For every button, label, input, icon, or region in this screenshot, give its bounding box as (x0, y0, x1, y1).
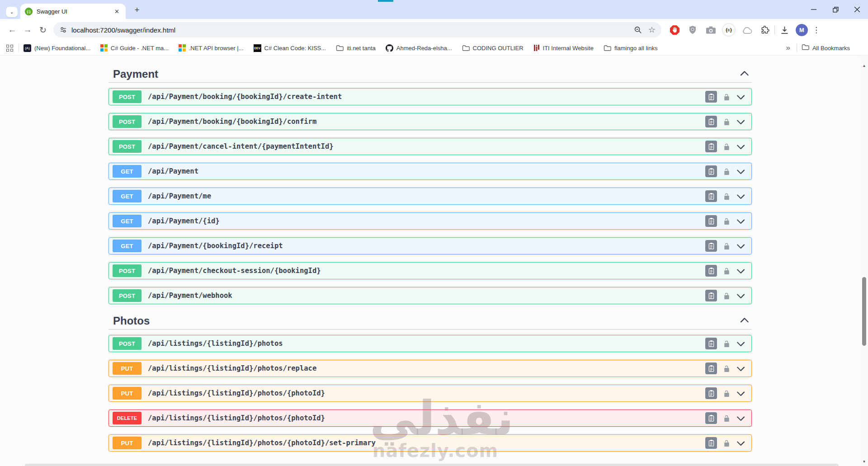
scroll-up-icon[interactable]: ▲ (860, 62, 868, 69)
clipboard-icon[interactable] (705, 116, 717, 127)
clipboard-icon[interactable] (705, 362, 717, 374)
json-formatter-icon[interactable]: {≡} (723, 24, 735, 36)
bookmark-item[interactable]: iti.net tanta (336, 45, 376, 52)
chevron-down-icon[interactable] (736, 439, 745, 447)
all-bookmarks-button[interactable]: All Bookmarks (802, 44, 850, 52)
clipboard-icon[interactable] (705, 91, 717, 103)
bookmark-item[interactable]: .NET API browser |... (179, 44, 243, 52)
clipboard-icon[interactable] (705, 190, 717, 202)
chevron-down-icon[interactable] (736, 192, 745, 201)
bookmark-item[interactable]: DEVC# Clean Code: KISS... (254, 44, 326, 52)
chevron-down-icon[interactable] (736, 339, 745, 348)
operation-row[interactable]: POST /api/Payment/cancel-intent/{payment… (108, 138, 752, 155)
chevron-down-icon[interactable] (736, 267, 745, 275)
clipboard-icon[interactable] (705, 437, 717, 449)
shield-ext-icon[interactable] (687, 24, 698, 36)
bookmark-item[interactable]: Ahmed-Reda-elsha... (386, 44, 452, 52)
chevron-down-icon[interactable] (736, 93, 745, 101)
operation-row[interactable]: PUT /api/listings/{listingId}/photos/rep… (108, 360, 752, 377)
clipboard-icon[interactable] (705, 290, 717, 301)
reload-icon[interactable]: ↻ (35, 22, 51, 38)
lock-open-icon[interactable] (723, 365, 730, 372)
operation-row[interactable]: GET /api/Payment (108, 163, 752, 180)
operation-row[interactable]: PUT /api/listings/{listingId}/photos/{ph… (108, 434, 752, 452)
operation-row[interactable]: GET /api/Payment/me (108, 188, 752, 205)
downloads-icon[interactable] (778, 24, 790, 36)
lock-open-icon[interactable] (723, 168, 730, 175)
chevron-down-icon[interactable] (736, 242, 745, 250)
clipboard-icon[interactable] (705, 338, 717, 349)
chevron-down-icon[interactable] (736, 364, 745, 373)
bookmark-item[interactable]: (A)(New) Foundational... (24, 44, 90, 52)
chevron-up-icon[interactable] (737, 68, 752, 80)
bookmark-item[interactable]: flamingo all links (604, 45, 657, 52)
url-text[interactable]: localhost:7200/swagger/index.html (71, 26, 631, 34)
active-tab[interactable]: {:} Swagger UI ✕ (20, 4, 126, 19)
lock-open-icon[interactable] (723, 143, 730, 151)
bookmark-item[interactable]: C# Guide - .NET ma... (100, 44, 169, 52)
bookmark-item[interactable]: CODING OUTLIER (462, 45, 524, 52)
clipboard-icon[interactable] (705, 215, 717, 227)
new-tab-button[interactable]: + (131, 5, 143, 15)
lock-open-icon[interactable] (723, 390, 730, 397)
tune-icon[interactable] (60, 26, 67, 33)
lock-open-icon[interactable] (723, 193, 730, 200)
lock-open-icon[interactable] (723, 93, 730, 101)
clipboard-icon[interactable] (705, 240, 717, 252)
chevron-down-icon[interactable] (736, 142, 745, 151)
chevron-up-icon[interactable] (737, 315, 752, 327)
operation-row[interactable]: POST /api/Payment/booking/{bookingId}/cr… (108, 88, 752, 105)
extensions-puzzle-icon[interactable] (759, 24, 771, 36)
bookmark-star-icon[interactable]: ☆ (645, 23, 659, 37)
browser-menu-icon[interactable]: ⋮ (808, 25, 825, 35)
operation-row[interactable]: GET /api/Payment/{bookingId}/receipt (108, 237, 752, 254)
lock-open-icon[interactable] (723, 414, 730, 422)
bookmarks-overflow-icon[interactable]: » (786, 43, 790, 52)
address-bar[interactable]: localhost:7200/swagger/index.html ☆ (53, 22, 661, 38)
operation-row[interactable]: POST /api/Payment/booking/{bookingId}/co… (108, 113, 752, 130)
zoom-out-icon[interactable] (631, 24, 645, 36)
chevron-down-icon[interactable] (736, 292, 745, 300)
back-icon[interactable]: ← (5, 22, 20, 38)
adblock-icon[interactable] (669, 24, 680, 36)
camera-ext-icon[interactable] (705, 24, 717, 36)
lock-open-icon[interactable] (723, 439, 730, 447)
operation-row[interactable]: DELETE /api/listings/{listingId}/photos/… (108, 410, 752, 427)
scrollbar-thumb[interactable] (862, 277, 866, 346)
chevron-down-icon[interactable] (736, 167, 745, 176)
clipboard-icon[interactable] (705, 387, 717, 399)
operation-row[interactable]: POST /api/Payment/checkout-session/{book… (108, 262, 752, 279)
operation-row[interactable]: GET /api/Payment/{id} (108, 212, 752, 230)
lock-open-icon[interactable] (723, 242, 730, 250)
close-icon[interactable] (846, 0, 868, 19)
lock-open-icon[interactable] (723, 217, 730, 225)
chevron-down-icon[interactable] (736, 414, 745, 423)
profile-avatar[interactable]: M (796, 24, 808, 36)
scroll-down-icon[interactable]: ▼ (860, 458, 868, 465)
scrollbar[interactable]: ▲ ▼ (860, 56, 868, 466)
operation-row[interactable]: POST /api/Payment/webhook (108, 287, 752, 304)
clipboard-icon[interactable] (705, 412, 717, 424)
tab-search-button[interactable]: ⌄ (6, 7, 18, 17)
lock-open-icon[interactable] (723, 118, 730, 126)
chevron-down-icon[interactable] (736, 389, 745, 398)
clipboard-icon[interactable] (705, 141, 717, 152)
chevron-down-icon[interactable] (736, 217, 745, 226)
lock-open-icon[interactable] (723, 267, 730, 275)
operation-row[interactable]: POST /api/listings/{listingId}/photos (108, 335, 752, 352)
forward-icon[interactable]: → (20, 22, 35, 38)
lock-open-icon[interactable] (723, 340, 730, 348)
minimize-icon[interactable] (803, 0, 825, 19)
lock-open-icon[interactable] (723, 292, 730, 300)
clipboard-icon[interactable] (705, 265, 717, 277)
section-header[interactable]: Payment (108, 69, 752, 83)
chevron-down-icon[interactable] (736, 118, 745, 126)
restore-icon[interactable] (825, 0, 846, 19)
clipboard-icon[interactable] (705, 165, 717, 177)
bookmark-item[interactable]: ITI Internal Website (533, 44, 594, 52)
apps-grid-icon[interactable] (6, 45, 13, 52)
tab-close-icon[interactable]: ✕ (113, 7, 121, 16)
operation-row[interactable]: PUT /api/listings/{listingId}/photos/{ph… (108, 385, 752, 402)
section-header[interactable]: Photos (108, 316, 752, 329)
cloud-ext-icon[interactable] (741, 24, 753, 36)
